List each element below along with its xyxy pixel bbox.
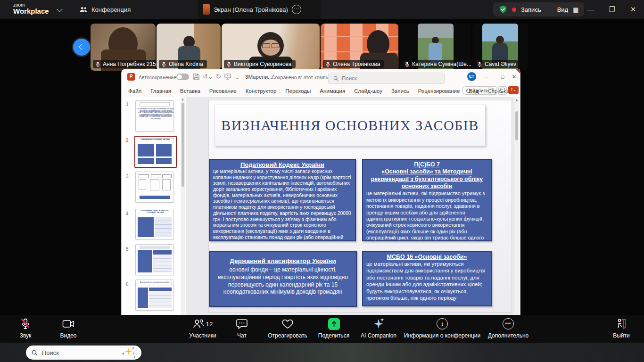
definition-box-msbo16[interactable]: МСБО 16 «Основні засоби» це матеріальні … — [362, 251, 492, 306]
ai-companion-button[interactable]: AI Companion — [358, 318, 399, 339]
ribbon-tab-slideshow[interactable]: Слайд-шоу — [354, 88, 382, 94]
previous-videos-button[interactable] — [73, 39, 90, 56]
participants-icon — [193, 319, 204, 329]
share-presentation-button[interactable]: ⤴⌄ — [508, 86, 519, 94]
window-close-button[interactable]: ✕ — [626, 0, 640, 19]
tab-meeting[interactable]: Конференция — [79, 0, 131, 19]
participant-video[interactable]: Анна Погребняк 215... — [91, 24, 156, 71]
ribbon-tab-record[interactable]: Запись — [391, 88, 409, 94]
slide-canvas[interactable]: ВИЗНАЧЕННЯ ОСНОВНИХ ЗАСОБІВ Податковий К… — [209, 100, 512, 312]
definition-box-psbo7[interactable]: П(С)БО 7 «Основні засоби» та Методичні р… — [362, 159, 492, 241]
audio-button[interactable]: Звук — [11, 318, 40, 339]
window-restore-button[interactable]: ❐ — [605, 0, 619, 19]
participant-video[interactable]: Виктория Суворинова — [222, 24, 320, 71]
window-minimize-button[interactable]: — — [584, 0, 598, 19]
security-shield-icon[interactable] — [499, 5, 507, 14]
slide-thumbnail-5[interactable] — [135, 244, 174, 275]
qat-overflow-icon[interactable]: ⌄ — [235, 74, 240, 80]
share-screen-button[interactable]: Поделиться — [317, 318, 351, 339]
thumbnail-scrollbar[interactable]: ▲ — [181, 97, 185, 315]
slide-thumbnail-6[interactable]: Аналіз структури господарських засобів — [135, 280, 174, 311]
ppt-minimize-button[interactable]: — — [479, 70, 493, 84]
box-heading: МСБО 16 «Основні засоби» — [366, 254, 487, 260]
ai-label: AI Companion — [361, 332, 396, 339]
participant-name-badge: Анна Погребняк 215... — [93, 60, 156, 68]
react-label: Отреагировать — [268, 332, 307, 339]
tab-screen-share-label: Экран (Олена Тройнікова) — [214, 6, 288, 13]
scroll-up-arrow-icon[interactable]: ▲ — [514, 97, 519, 103]
recording-dot-icon — [512, 8, 516, 12]
tab-meeting-label: Конференция — [91, 6, 131, 13]
share-label: Поделиться — [318, 332, 349, 339]
audio-label: Звук — [20, 332, 32, 339]
comments-icon[interactable]: 💬 — [498, 86, 507, 95]
meeting-toolbar: Звук Видео 12 Учас — [0, 315, 644, 343]
mic-muted-icon — [325, 61, 331, 67]
taskbar-search-box[interactable]: Поиск — [26, 346, 141, 360]
mic-muted-icon — [95, 61, 101, 67]
account-avatar[interactable]: ЕТ — [467, 72, 476, 81]
video-button[interactable]: Видео — [53, 318, 84, 339]
definition-box-tax-code[interactable]: Податковий Кодекс України це матеріальні… — [209, 159, 356, 241]
tab-screen-share[interactable]: Экран (Олена Тройнікова) ··· — [198, 0, 321, 19]
mic-muted-icon — [477, 61, 483, 67]
scroll-up-arrow-icon[interactable]: ▲ — [181, 97, 185, 102]
ribbon-tab-review[interactable]: Рецензирование — [418, 88, 460, 94]
slide-thumbnail-2-selected[interactable]: ВИЗНАЧЕННЯ ОСНОВНИХ ЗАСОБІВ — [134, 136, 177, 168]
mic-muted-icon — [161, 61, 167, 67]
slide-number: 2 — [126, 138, 129, 143]
workspace-chevron-down-icon[interactable] — [57, 6, 63, 12]
slide1-title: ОСОБЛИВОСТІ ОБЛІКУ ОСНОВНИХ ЗАСОБІВ, АНА… — [136, 108, 174, 120]
slide-scrollbar[interactable]: ▲ — [514, 97, 519, 315]
meeting-info-button[interactable]: i Информация о конференции — [402, 318, 483, 339]
participant-video[interactable]: Катерина Суміна(Ше... — [400, 24, 471, 71]
document-name[interactable]: 3Марени... — [245, 74, 272, 80]
ribbon-tab-draw[interactable]: Рисование — [209, 88, 237, 94]
slide-title-box[interactable]: ВИЗНАЧЕННЯ ОСНОВНИХ ЗАСОБІВ — [215, 105, 486, 146]
redo-icon[interactable]: ↻ — [216, 74, 221, 80]
ribbon-tab-design[interactable]: Конструктор — [246, 88, 277, 94]
presenter-coach-icon[interactable]: 🎙 — [488, 86, 497, 95]
ribbon-tab-animations[interactable]: Анимация — [320, 88, 345, 94]
slide-thumbnail-4[interactable]: ФОРМУВАННЯ ПЕРВІСНОЇ ВАРТОСТІ ОСНОВНИХ З… — [135, 209, 174, 239]
leave-meeting-button[interactable]: Выйти — [607, 318, 636, 339]
more-label: Дополнительно — [488, 332, 528, 339]
ppt-search-box[interactable]: Поиск — [328, 73, 445, 84]
participant-name: Олена Тройнікова — [333, 61, 380, 67]
ribbon-tab-insert[interactable]: Вставка — [180, 88, 200, 94]
ppt-restore-button[interactable]: □ — [495, 70, 510, 84]
save-icon[interactable] — [193, 74, 199, 80]
participants-button[interactable]: 12 Участники — [183, 318, 223, 339]
participants-count: 12 — [206, 321, 213, 328]
ppt-close-button[interactable]: ✕ — [508, 70, 520, 84]
definition-box-state-classifier[interactable]: Державний класифікатор України основні ф… — [209, 251, 357, 307]
undo-icon[interactable]: ↺⌄ — [203, 74, 213, 80]
chat-button[interactable]: Чат — [231, 318, 253, 339]
brand-line2: Workplace — [13, 8, 49, 15]
slide-thumbnail-3[interactable] — [135, 172, 174, 203]
participant-video[interactable]: Cavid Əliyev — [472, 24, 528, 71]
ribbon-tab-home[interactable]: Главная — [150, 88, 171, 94]
slide-number: 4 — [126, 211, 129, 216]
box-heading: Державний класифікатор України — [213, 257, 353, 264]
ribbon-tab-file[interactable]: Файл — [128, 88, 141, 94]
view-button-label[interactable]: Вид — [557, 6, 569, 13]
autosave-toggle[interactable] — [176, 74, 189, 80]
participant-video[interactable]: Olena Kirdina — [157, 24, 221, 71]
mic-muted-icon — [404, 61, 410, 67]
thumbnail-scrollbar-thumb[interactable] — [182, 103, 184, 187]
react-button[interactable]: Отреагировать — [265, 318, 310, 339]
slide-number: 1 — [126, 102, 129, 107]
slide-thumbnail-1[interactable]: ОСОБЛИВОСТІ ОБЛІКУ ОСНОВНИХ ЗАСОБІВ, АНА… — [135, 100, 174, 132]
more-button[interactable]: ••• Дополнительно — [485, 318, 532, 339]
tab-options-ellipsis-icon[interactable]: ··· — [292, 5, 301, 14]
start-slideshow-icon[interactable] — [224, 74, 231, 80]
view-grid-icon[interactable]: ▦ — [573, 6, 578, 13]
chat-bubble-icon — [236, 319, 248, 329]
slide-scrollbar-thumb[interactable] — [515, 111, 518, 140]
participant-video[interactable]: Олена Тройнікова — [321, 24, 398, 71]
record-circle-icon — [466, 89, 471, 93]
participant-name-badge: Виктория Суворинова — [224, 60, 296, 68]
ribbon-tab-transitions[interactable]: Переходы — [285, 88, 311, 94]
box-heading: П(С)БО 7 «Основні засоби» та Методичні р… — [366, 161, 487, 190]
